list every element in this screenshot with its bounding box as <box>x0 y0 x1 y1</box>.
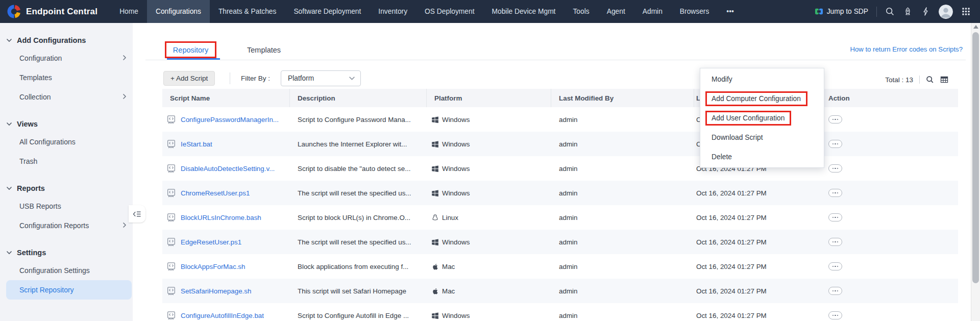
sidebar-item-collection[interactable]: Collection <box>0 87 133 107</box>
row-actions-button[interactable] <box>828 262 842 270</box>
sdp-icon <box>815 7 823 16</box>
avatar-silhouette-icon <box>939 5 953 19</box>
row-actions-button[interactable] <box>828 140 842 148</box>
nav-item-software-deployment[interactable]: Software Deployment <box>285 0 370 23</box>
windows-icon <box>431 140 439 148</box>
script-name-link[interactable]: BlockAppsForMac.sh <box>181 263 246 270</box>
rocket-icon[interactable] <box>903 7 913 16</box>
sidebar-item-configuration[interactable]: Configuration <box>0 48 133 68</box>
table-row: DisableAutoDetectIeSetting.v...Script to… <box>162 156 958 181</box>
annotated-menu-label: Add User Configuration <box>705 111 791 126</box>
nav-item-configurations[interactable]: Configurations <box>147 0 210 23</box>
script-name-link[interactable]: ConfigurePasswordManagerIn... <box>181 116 279 124</box>
menu-item-modify[interactable]: Modify <box>700 69 824 89</box>
nav-more-menu[interactable]: ••• <box>718 0 743 23</box>
error-codes-help-link[interactable]: How to return Error codes on Scripts? <box>850 45 963 53</box>
script-name-link[interactable]: BlockURLsInChrome.bash <box>181 214 261 221</box>
row-actions-button[interactable] <box>828 311 842 319</box>
windows-icon <box>431 116 439 124</box>
nav-item-agent[interactable]: Agent <box>598 0 634 23</box>
sidebar-section-header-views[interactable]: Views <box>0 116 133 132</box>
nav-item-home[interactable]: Home <box>111 0 147 23</box>
column-chooser-icon[interactable] <box>940 76 948 84</box>
chevron-right-icon <box>122 93 127 100</box>
table-search-icon[interactable] <box>926 76 934 84</box>
row-actions-button[interactable] <box>828 164 842 172</box>
tab-repository[interactable]: Repository <box>165 41 216 58</box>
nav-item-os-deployment[interactable]: OS Deployment <box>416 0 483 23</box>
sidebar-item-usb-reports[interactable]: USB Reports <box>0 196 133 216</box>
vertical-scrollbar[interactable] <box>971 23 980 321</box>
row-actions-button[interactable] <box>828 238 842 246</box>
sidebar-section-reports: ReportsUSB ReportsConfiguration Reports <box>0 180 133 235</box>
modified-by-cell: admin <box>551 287 694 295</box>
nav-item-threats-patches[interactable]: Threats & Patches <box>210 0 285 23</box>
modified-time-cell: Oct 16, 2024 01:27 PM <box>694 214 817 221</box>
search-icon[interactable] <box>885 7 895 16</box>
action-cell <box>817 189 958 197</box>
tab-repository-label: Repository <box>173 46 208 54</box>
row-context-menu: ModifyAdd Computer ConfigurationAdd User… <box>700 68 824 168</box>
apps-grid-icon[interactable] <box>961 7 971 16</box>
action-cell <box>817 164 958 172</box>
sidebar-item-label: All Configurations <box>19 138 76 146</box>
modified-time-cell: Oct 16, 2024 01:27 PM <box>694 312 817 319</box>
row-actions-button[interactable] <box>828 213 842 221</box>
script-name-link[interactable]: ConfigureAutofillInEdge.bat <box>181 312 264 319</box>
windows-icon <box>431 238 439 246</box>
script-name-cell: EdgeResetUser.ps1 <box>162 237 290 247</box>
platform-cell: Linux <box>427 214 551 221</box>
nav-item-browsers[interactable]: Browsers <box>671 0 718 23</box>
tab-templates[interactable]: Templates <box>247 41 281 58</box>
table-row: ChromeResetUser.ps1The script will reset… <box>162 181 958 205</box>
sidebar-section-header-settings[interactable]: Settings <box>0 244 133 261</box>
sidebar-item-configuration-settings[interactable]: Configuration Settings <box>0 261 133 280</box>
description-cell: Block applications from executing f... <box>290 263 427 270</box>
total-count-label: Total : 13 <box>885 76 913 84</box>
script-name-link[interactable]: EdgeResetUser.ps1 <box>181 238 241 246</box>
platform-label: Mac <box>442 263 455 270</box>
nav-item-admin[interactable]: Admin <box>634 0 671 23</box>
windows-icon <box>431 189 439 197</box>
jump-to-sdp-button[interactable]: Jump to SDP <box>815 7 868 16</box>
lightning-icon[interactable] <box>921 7 930 16</box>
script-name-link[interactable]: DisableAutoDetectIeSetting.v... <box>181 165 275 172</box>
action-cell <box>817 311 958 319</box>
modified-time-cell: Oct 16, 2024 01:27 PM <box>694 238 817 246</box>
sidebar-section-header-add-configurations[interactable]: Add Configurations <box>0 32 133 48</box>
menu-item-add-computer-configuration[interactable]: Add Computer Configuration <box>700 89 824 108</box>
sidebar-item-label: Configuration <box>19 54 62 62</box>
sidebar-item-script-repository[interactable]: Script Repository <box>6 280 132 300</box>
sidebar-item-label: Script Repository <box>19 286 74 294</box>
nav-item-inventory[interactable]: Inventory <box>370 0 416 23</box>
script-file-icon <box>166 286 176 296</box>
summary-divider <box>919 76 920 84</box>
sidebar-item-all-configurations[interactable]: All Configurations <box>0 132 133 152</box>
brand: Endpoint Central <box>0 5 111 18</box>
linux-icon <box>431 214 439 221</box>
collapse-panel-icon <box>132 210 142 218</box>
sidebar-collapse-button[interactable] <box>129 205 145 223</box>
script-name-link[interactable]: ChromeResetUser.ps1 <box>181 189 250 197</box>
menu-item-download-script[interactable]: Download Script <box>700 128 824 147</box>
sidebar-section-header-reports[interactable]: Reports <box>0 180 133 196</box>
action-cell <box>817 140 958 148</box>
user-avatar[interactable] <box>939 5 953 19</box>
scrollbar-thumb[interactable] <box>972 32 979 283</box>
menu-item-delete[interactable]: Delete <box>700 147 824 166</box>
menu-item-add-user-configuration[interactable]: Add User Configuration <box>700 108 824 128</box>
script-name-link[interactable]: SetSafariHomepage.sh <box>181 287 251 295</box>
nav-item-mobile-device-mgmt[interactable]: Mobile Device Mgmt <box>483 0 564 23</box>
section-title: Settings <box>17 249 46 257</box>
row-actions-button[interactable] <box>828 115 842 124</box>
row-actions-button[interactable] <box>828 287 842 295</box>
add-script-button[interactable]: + Add Script <box>163 71 215 86</box>
nav-item-tools[interactable]: Tools <box>564 0 598 23</box>
sidebar-item-templates[interactable]: Templates <box>0 68 133 87</box>
sidebar-item-trash[interactable]: Trash <box>0 152 133 171</box>
sidebar-item-configuration-reports[interactable]: Configuration Reports <box>0 216 133 235</box>
row-actions-button[interactable] <box>828 189 842 197</box>
scroll-up-arrow[interactable] <box>973 25 978 29</box>
script-name-link[interactable]: IeStart.bat <box>181 140 212 148</box>
platform-filter-dropdown[interactable]: Platform <box>281 70 361 86</box>
